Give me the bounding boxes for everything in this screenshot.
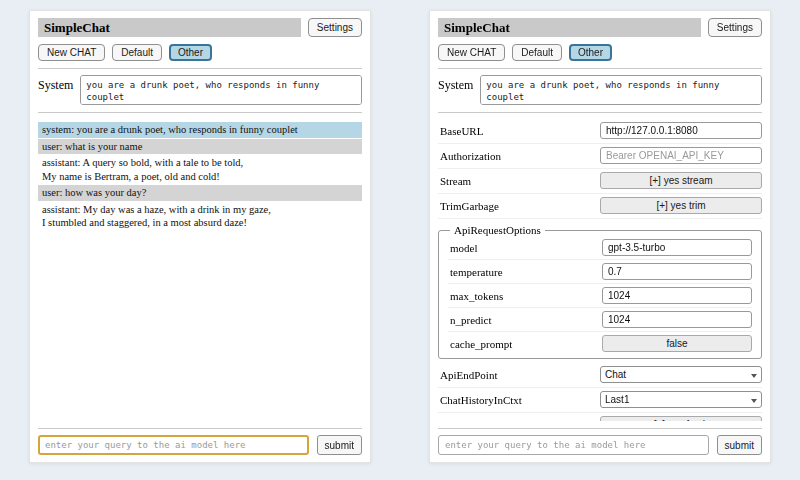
setting-row: CompletionFreshChatAlways [+] yes fresh	[438, 413, 762, 421]
chat-message-system: system: you are a drunk poet, who respon…	[38, 122, 362, 138]
settings-list: BaseURL Authorization Stream [+] yes str…	[438, 119, 762, 421]
chat-message-list: system: you are a drunk poet, who respon…	[38, 122, 362, 421]
completion-fresh-toggle-button[interactable]: [+] yes fresh	[600, 416, 762, 421]
setting-row: ApiEndPoint Chat	[438, 363, 762, 388]
titlebar: SimpleChat Settings	[438, 18, 762, 37]
setting-row: Stream [+] yes stream	[438, 169, 762, 194]
setting-row: Authorization	[438, 144, 762, 169]
divider	[38, 112, 362, 113]
settings-panel: SimpleChat Settings New CHAT Default Oth…	[429, 10, 771, 463]
chat-message-assistant: assistant: My day was a haze, with a dri…	[38, 202, 362, 231]
session-tab-other[interactable]: Other	[169, 44, 212, 61]
baseurl-input[interactable]	[600, 122, 762, 139]
session-tab-default[interactable]: Default	[512, 44, 562, 61]
titlebar: SimpleChat Settings	[38, 18, 362, 37]
setting-label-model: model	[448, 242, 602, 254]
setting-label-temperature: temperature	[448, 266, 602, 278]
system-prompt-input[interactable]: you are a drunk poet, who responds in fu…	[80, 75, 362, 105]
api-endpoint-select[interactable]: Chat	[600, 366, 762, 383]
system-prompt-row: System you are a drunk poet, who respond…	[38, 75, 362, 105]
chat-message-assistant: assistant: A query so bold, with a tale …	[38, 155, 362, 184]
settings-button[interactable]: Settings	[708, 18, 762, 37]
query-input[interactable]	[38, 435, 309, 455]
setting-label-api-endpoint: ApiEndPoint	[438, 369, 600, 381]
setting-row: model	[448, 236, 752, 260]
divider	[38, 428, 362, 429]
trimgarbage-toggle-button[interactable]: [+] yes trim	[600, 197, 762, 214]
setting-row: ChatHistoryInCtxt Last1	[438, 388, 762, 413]
setting-label-completion-fresh: CompletionFreshChatAlways	[438, 419, 600, 422]
submit-button[interactable]: submit	[717, 435, 762, 455]
query-input[interactable]	[438, 435, 709, 455]
setting-label-authorization: Authorization	[438, 150, 600, 162]
divider	[438, 112, 762, 113]
setting-label-cache-prompt: cache_prompt	[448, 338, 602, 350]
model-input[interactable]	[602, 239, 752, 256]
session-toolbar: New CHAT Default Other	[438, 44, 762, 61]
setting-label-chat-history: ChatHistoryInCtxt	[438, 394, 600, 406]
system-prompt-row: System you are a drunk poet, who respond…	[438, 75, 762, 105]
submit-button[interactable]: submit	[317, 435, 362, 455]
setting-row: max_tokens	[448, 284, 752, 308]
session-tab-other[interactable]: Other	[569, 44, 612, 61]
new-chat-button[interactable]: New CHAT	[438, 44, 505, 61]
setting-row: cache_prompt false	[448, 332, 752, 355]
app-title: SimpleChat	[38, 18, 301, 37]
setting-row: TrimGarbage [+] yes trim	[438, 194, 762, 219]
max-tokens-input[interactable]	[602, 287, 752, 304]
chat-panel: SimpleChat Settings New CHAT Default Oth…	[29, 10, 371, 463]
divider	[38, 68, 362, 69]
system-prompt-label: System	[38, 75, 73, 93]
setting-label-trimgarbage: TrimGarbage	[438, 200, 600, 212]
api-request-options-legend: ApiRequestOptions	[450, 224, 545, 236]
setting-row: n_predict	[448, 308, 752, 332]
cache-prompt-toggle-button[interactable]: false	[602, 335, 752, 352]
api-request-options-fieldset: ApiRequestOptions model temperature max_…	[438, 224, 762, 359]
session-toolbar: New CHAT Default Other	[38, 44, 362, 61]
stream-toggle-button[interactable]: [+] yes stream	[600, 172, 762, 189]
setting-label-stream: Stream	[438, 175, 600, 187]
authorization-input[interactable]	[600, 147, 762, 164]
setting-label-max-tokens: max_tokens	[448, 290, 602, 302]
setting-label-baseurl: BaseURL	[438, 125, 600, 137]
chat-history-select[interactable]: Last1	[600, 391, 762, 408]
system-prompt-input[interactable]: you are a drunk poet, who responds in fu…	[480, 75, 762, 105]
query-row: submit	[438, 435, 762, 455]
settings-button[interactable]: Settings	[308, 18, 362, 37]
new-chat-button[interactable]: New CHAT	[38, 44, 105, 61]
setting-label-n-predict: n_predict	[448, 314, 602, 326]
chat-message-user: user: how was your day?	[38, 185, 362, 201]
divider	[438, 428, 762, 429]
divider	[438, 68, 762, 69]
query-row: submit	[38, 435, 362, 455]
session-tab-default[interactable]: Default	[112, 44, 162, 61]
chat-message-user: user: what is your name	[38, 139, 362, 155]
n-predict-input[interactable]	[602, 311, 752, 328]
setting-row: BaseURL	[438, 119, 762, 144]
setting-row: temperature	[448, 260, 752, 284]
app-title: SimpleChat	[438, 18, 701, 37]
system-prompt-label: System	[438, 75, 473, 93]
temperature-input[interactable]	[602, 263, 752, 280]
